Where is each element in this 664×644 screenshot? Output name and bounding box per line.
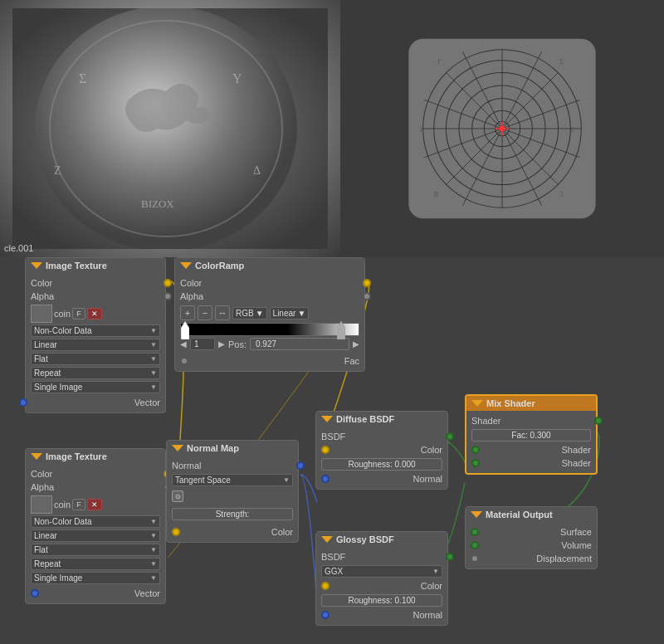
glossy-color-socket[interactable] — [321, 582, 330, 590]
file-name-2: coin — [54, 500, 71, 510]
glossy-normal-socket[interactable] — [321, 611, 330, 619]
cr-alpha-out[interactable] — [363, 292, 371, 300]
matout-displacement-socket[interactable] — [471, 554, 479, 563]
extension-dropdown-1[interactable]: Repeat ▼ — [31, 367, 160, 379]
cr-pos-label: Pos: — [228, 339, 247, 349]
nm-color-label: Color — [271, 527, 293, 537]
cr-remove-btn[interactable]: − — [198, 305, 212, 320]
collapse-triangle-1[interactable] — [31, 262, 42, 269]
cr-flip-btn[interactable]: ↔ — [215, 305, 230, 320]
svg-marker-35 — [181, 321, 189, 339]
node-editor: Image Texture Color Alpha coin F ✕ Non-C… — [0, 257, 664, 644]
interpolation-dropdown-2[interactable]: Linear ▼ — [31, 529, 160, 542]
vector-socket-1[interactable] — [19, 398, 27, 407]
diff-roughness-field[interactable]: Roughness: 0.000 — [321, 458, 442, 471]
mix-shader-out-row: Shader — [471, 414, 591, 427]
diff-normal-label: Normal — [413, 474, 442, 484]
glossy-bsdf-row: BSDF — [321, 550, 442, 564]
cr-pos-row: ◀ 1 ▶ Pos: 0.927 ▶ — [180, 338, 359, 350]
mix-header: Mix Shader — [466, 396, 596, 411]
extension-dropdown-2[interactable]: Repeat ▼ — [31, 558, 160, 570]
color-space-dropdown-1[interactable]: Non-Color Data ▼ — [31, 324, 160, 337]
cr-interp-dropdown[interactable]: Linear ▼ — [270, 307, 310, 320]
normalmap-header: Normal Map — [167, 441, 298, 456]
collapse-triangle-2[interactable] — [31, 453, 42, 460]
nm-space-dropdown[interactable]: Tangent Space ▼ — [172, 474, 293, 486]
nm-strength-field[interactable]: Strength: — [172, 508, 293, 520]
node-body-2: Color Alpha coin F ✕ Non-Color Data ▼ Li… — [26, 464, 165, 603]
glossy-roughness-field[interactable]: Roughness: 0.100 — [321, 594, 442, 607]
normalmap-title: Normal Map — [187, 443, 239, 453]
glossy-dist-dropdown[interactable]: GGX ▼ — [321, 565, 442, 578]
cr-fac-socket[interactable] — [180, 357, 188, 365]
diff-bsdf-label: BSDF — [321, 432, 345, 442]
svg-marker-36 — [337, 321, 345, 339]
gradient-bar[interactable] — [180, 323, 359, 336]
color-label-1: Color — [31, 278, 52, 288]
svg-text:Β: Β — [434, 190, 439, 198]
glossy-bsdf-out[interactable] — [446, 553, 454, 561]
diff-normal-socket[interactable] — [321, 475, 330, 483]
matout-volume-socket[interactable] — [471, 541, 479, 549]
mix-shader2-socket[interactable] — [471, 459, 480, 467]
colorramp-triangle[interactable] — [180, 262, 192, 269]
cr-add-btn[interactable]: + — [180, 305, 195, 320]
color-space-dropdown-2[interactable]: Non-Color Data ▼ — [31, 515, 160, 528]
matout-triangle[interactable] — [471, 511, 482, 518]
projection-dropdown-2[interactable]: Flat ▼ — [31, 544, 160, 556]
close-btn-1[interactable]: ✕ — [87, 308, 102, 320]
diff-bsdf-out[interactable] — [446, 432, 454, 441]
matout-body: Surface Volume Displacement — [466, 522, 597, 568]
diffuse-header: Diffuse BSDF — [316, 412, 447, 427]
cr-mode-dropdown[interactable]: RGB ▼ — [232, 307, 267, 320]
mix-triangle[interactable] — [471, 400, 483, 407]
color-socket-out-1[interactable] — [164, 279, 172, 287]
node-title-2: Image Texture — [46, 451, 107, 461]
alpha-socket-out-1[interactable] — [164, 292, 172, 300]
image-texture-node-1: Image Texture Color Alpha coin F ✕ Non-C… — [25, 257, 166, 413]
close-btn-2[interactable]: ✕ — [87, 499, 102, 510]
viewport-area: ▲ — [0, 0, 664, 257]
mix-body: Shader Fac: 0.300 Shader Shader — [466, 411, 596, 473]
node-header-1: Image Texture — [26, 258, 165, 273]
mix-fac-field[interactable]: Fac: 0.300 — [471, 429, 591, 442]
nm-normal-row: Normal — [172, 459, 293, 472]
diffuse-title: Diffuse BSDF — [336, 414, 394, 424]
matout-surface-socket[interactable] — [471, 528, 479, 536]
svg-text:3: 3 — [559, 190, 563, 198]
vector-socket-2[interactable] — [31, 589, 39, 598]
normalmap-triangle[interactable] — [172, 445, 183, 451]
matout-displacement-row: Displacement — [471, 552, 592, 565]
alpha-output-row-1: Alpha — [31, 290, 160, 303]
gradient-stop-right[interactable] — [337, 321, 345, 339]
diff-color-label: Color — [421, 445, 442, 455]
nm-color-socket[interactable] — [172, 528, 180, 536]
glossy-normal-row: Normal — [321, 608, 442, 622]
colorramp-title: ColorRamp — [195, 261, 244, 271]
mix-shader-out[interactable] — [594, 417, 603, 425]
f-btn-1[interactable]: F — [72, 308, 85, 320]
interpolation-dropdown-1[interactable]: Linear ▼ — [31, 339, 160, 351]
cr-step-field[interactable]: 1 — [190, 338, 215, 350]
vector-label-2: Vector — [134, 588, 160, 598]
matout-volume-label: Volume — [561, 540, 592, 550]
glossy-body: BSDF GGX ▼ Color Roughness: 0.100 Normal — [316, 547, 447, 625]
nm-icon-row: ⊙ — [172, 489, 293, 504]
gradient-stop-left[interactable] — [181, 321, 189, 339]
vector-row-2: Vector — [31, 587, 160, 600]
material-output-node: Material Output Surface Volume Displacem… — [465, 506, 598, 569]
nm-normal-out[interactable] — [296, 461, 305, 470]
diff-color-socket[interactable] — [321, 446, 330, 454]
projection-dropdown-1[interactable]: Flat ▼ — [31, 353, 160, 365]
source-dropdown-1[interactable]: Single Image ▼ — [31, 381, 160, 393]
matout-header: Material Output — [466, 507, 597, 522]
f-btn-2[interactable]: F — [72, 499, 85, 510]
diffuse-triangle[interactable] — [321, 416, 333, 422]
cr-pos-value[interactable]: 0.927 — [250, 338, 349, 350]
source-dropdown-2[interactable]: Single Image ▼ — [31, 572, 160, 584]
cr-color-out[interactable] — [363, 279, 371, 287]
glossy-triangle[interactable] — [321, 536, 333, 543]
mix-shader1-socket[interactable] — [471, 446, 480, 454]
image-texture-node-2: Image Texture Color Alpha coin F ✕ Non-C… — [25, 448, 166, 604]
mix-shader2-label: Shader — [562, 458, 591, 468]
